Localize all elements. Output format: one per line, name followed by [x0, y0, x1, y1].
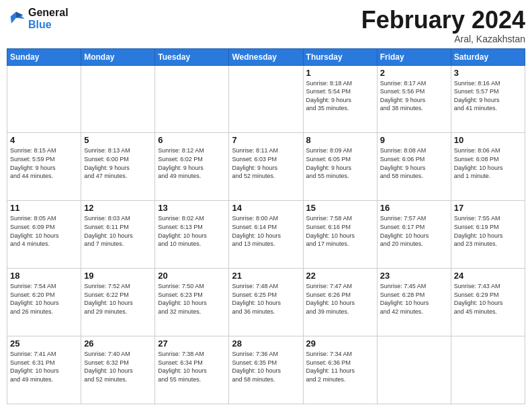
location: Aral, Kazakhstan: [361, 34, 525, 44]
day-info: Sunrise: 7:52 AM Sunset: 6:22 PM Dayligh…: [84, 282, 152, 316]
page: General Blue February 2024 Aral, Kazakhs…: [0, 0, 532, 411]
month-title: February 2024: [361, 7, 525, 34]
day-number: 19: [84, 271, 152, 281]
calendar-cell: 15Sunrise: 7:58 AM Sunset: 6:16 PM Dayli…: [303, 201, 377, 269]
day-info: Sunrise: 8:05 AM Sunset: 6:09 PM Dayligh…: [10, 214, 78, 248]
day-number: 17: [454, 203, 522, 213]
day-number: 9: [380, 135, 448, 145]
col-tuesday: Tuesday: [155, 48, 229, 65]
day-number: 2: [380, 68, 448, 78]
calendar-cell: 14Sunrise: 8:00 AM Sunset: 6:14 PM Dayli…: [229, 201, 303, 269]
calendar-cell: 11Sunrise: 8:05 AM Sunset: 6:09 PM Dayli…: [7, 201, 81, 269]
day-number: 8: [306, 135, 374, 145]
day-number: 23: [380, 271, 448, 281]
calendar-cell: 19Sunrise: 7:52 AM Sunset: 6:22 PM Dayli…: [81, 269, 155, 336]
day-info: Sunrise: 7:48 AM Sunset: 6:25 PM Dayligh…: [232, 282, 300, 316]
day-info: Sunrise: 8:09 AM Sunset: 6:05 PM Dayligh…: [306, 146, 374, 180]
col-wednesday: Wednesday: [229, 48, 303, 65]
calendar-cell: [155, 65, 229, 133]
day-number: 29: [306, 338, 374, 349]
calendar-cell: 22Sunrise: 7:47 AM Sunset: 6:26 PM Dayli…: [303, 269, 377, 336]
calendar-cell: [451, 336, 525, 404]
calendar-header-row: Sunday Monday Tuesday Wednesday Thursday…: [7, 48, 525, 65]
calendar-cell: 24Sunrise: 7:43 AM Sunset: 6:29 PM Dayli…: [451, 269, 525, 336]
day-number: 14: [232, 203, 300, 213]
calendar-cell: 13Sunrise: 8:02 AM Sunset: 6:13 PM Dayli…: [155, 201, 229, 269]
day-info: Sunrise: 7:54 AM Sunset: 6:20 PM Dayligh…: [10, 282, 78, 316]
day-info: Sunrise: 8:06 AM Sunset: 6:08 PM Dayligh…: [454, 146, 522, 180]
calendar-cell: [229, 65, 303, 133]
calendar-cell: 28Sunrise: 7:36 AM Sunset: 6:35 PM Dayli…: [229, 336, 303, 404]
calendar-week-1: 4Sunrise: 8:15 AM Sunset: 5:59 PM Daylig…: [7, 133, 525, 201]
title-block: February 2024 Aral, Kazakhstan: [361, 7, 525, 44]
day-info: Sunrise: 7:36 AM Sunset: 6:35 PM Dayligh…: [232, 350, 300, 383]
day-info: Sunrise: 8:00 AM Sunset: 6:14 PM Dayligh…: [232, 214, 300, 248]
day-info: Sunrise: 8:17 AM Sunset: 5:56 PM Dayligh…: [380, 79, 448, 113]
calendar-table: Sunday Monday Tuesday Wednesday Thursday…: [7, 48, 525, 404]
calendar-cell: [7, 65, 81, 133]
calendar-cell: 4Sunrise: 8:15 AM Sunset: 5:59 PM Daylig…: [7, 133, 81, 201]
calendar-cell: 8Sunrise: 8:09 AM Sunset: 6:05 PM Daylig…: [303, 133, 377, 201]
calendar-cell: 23Sunrise: 7:45 AM Sunset: 6:28 PM Dayli…: [377, 269, 451, 336]
col-thursday: Thursday: [303, 48, 377, 65]
calendar-cell: 17Sunrise: 7:55 AM Sunset: 6:19 PM Dayli…: [451, 201, 525, 269]
day-number: 7: [232, 135, 300, 145]
calendar-week-2: 11Sunrise: 8:05 AM Sunset: 6:09 PM Dayli…: [7, 201, 525, 269]
calendar-cell: [81, 65, 155, 133]
day-info: Sunrise: 7:58 AM Sunset: 6:16 PM Dayligh…: [306, 214, 374, 248]
day-info: Sunrise: 7:47 AM Sunset: 6:26 PM Dayligh…: [306, 282, 374, 316]
calendar-week-3: 18Sunrise: 7:54 AM Sunset: 6:20 PM Dayli…: [7, 269, 525, 336]
day-number: 6: [158, 135, 226, 145]
day-info: Sunrise: 8:11 AM Sunset: 6:03 PM Dayligh…: [232, 146, 300, 180]
calendar-cell: 27Sunrise: 7:38 AM Sunset: 6:34 PM Dayli…: [155, 336, 229, 404]
day-number: 10: [454, 135, 522, 145]
day-info: Sunrise: 7:43 AM Sunset: 6:29 PM Dayligh…: [454, 282, 522, 316]
calendar-cell: 18Sunrise: 7:54 AM Sunset: 6:20 PM Dayli…: [7, 269, 81, 336]
day-info: Sunrise: 7:50 AM Sunset: 6:23 PM Dayligh…: [158, 282, 226, 316]
day-info: Sunrise: 7:55 AM Sunset: 6:19 PM Dayligh…: [454, 214, 522, 248]
calendar-week-0: 1Sunrise: 8:18 AM Sunset: 5:54 PM Daylig…: [7, 65, 525, 133]
day-number: 16: [380, 203, 448, 213]
day-info: Sunrise: 7:38 AM Sunset: 6:34 PM Dayligh…: [158, 350, 226, 383]
calendar-cell: 7Sunrise: 8:11 AM Sunset: 6:03 PM Daylig…: [229, 133, 303, 201]
calendar-cell: [377, 336, 451, 404]
calendar-cell: 10Sunrise: 8:06 AM Sunset: 6:08 PM Dayli…: [451, 133, 525, 201]
day-number: 26: [84, 338, 152, 349]
calendar-cell: 26Sunrise: 7:40 AM Sunset: 6:32 PM Dayli…: [81, 336, 155, 404]
day-number: 25: [10, 338, 78, 349]
day-number: 12: [84, 203, 152, 213]
day-info: Sunrise: 8:16 AM Sunset: 5:57 PM Dayligh…: [454, 79, 522, 113]
day-number: 3: [454, 68, 522, 78]
calendar-cell: 2Sunrise: 8:17 AM Sunset: 5:56 PM Daylig…: [377, 65, 451, 133]
logo-text: General Blue: [28, 7, 69, 30]
day-info: Sunrise: 7:34 AM Sunset: 6:36 PM Dayligh…: [306, 350, 374, 383]
day-number: 24: [454, 271, 522, 281]
day-number: 21: [232, 271, 300, 281]
day-info: Sunrise: 8:12 AM Sunset: 6:02 PM Dayligh…: [158, 146, 226, 180]
day-info: Sunrise: 8:13 AM Sunset: 6:00 PM Dayligh…: [84, 146, 152, 180]
calendar-cell: 1Sunrise: 8:18 AM Sunset: 5:54 PM Daylig…: [303, 65, 377, 133]
day-number: 11: [10, 203, 78, 213]
calendar-cell: 21Sunrise: 7:48 AM Sunset: 6:25 PM Dayli…: [229, 269, 303, 336]
col-sunday: Sunday: [7, 48, 81, 65]
logo-icon: [7, 9, 26, 28]
calendar-cell: 9Sunrise: 8:08 AM Sunset: 6:06 PM Daylig…: [377, 133, 451, 201]
day-number: 5: [84, 135, 152, 145]
calendar-cell: 3Sunrise: 8:16 AM Sunset: 5:57 PM Daylig…: [451, 65, 525, 133]
calendar-week-4: 25Sunrise: 7:41 AM Sunset: 6:31 PM Dayli…: [7, 336, 525, 404]
day-number: 4: [10, 135, 78, 145]
day-info: Sunrise: 8:15 AM Sunset: 5:59 PM Dayligh…: [10, 146, 78, 180]
calendar-cell: 5Sunrise: 8:13 AM Sunset: 6:00 PM Daylig…: [81, 133, 155, 201]
day-number: 18: [10, 271, 78, 281]
day-number: 28: [232, 338, 300, 349]
day-info: Sunrise: 7:57 AM Sunset: 6:17 PM Dayligh…: [380, 214, 448, 248]
day-info: Sunrise: 7:41 AM Sunset: 6:31 PM Dayligh…: [10, 350, 78, 383]
day-info: Sunrise: 8:03 AM Sunset: 6:11 PM Dayligh…: [84, 214, 152, 248]
day-number: 15: [306, 203, 374, 213]
day-number: 13: [158, 203, 226, 213]
calendar-cell: 20Sunrise: 7:50 AM Sunset: 6:23 PM Dayli…: [155, 269, 229, 336]
logo: General Blue: [7, 7, 69, 30]
day-number: 1: [306, 68, 374, 78]
day-info: Sunrise: 8:02 AM Sunset: 6:13 PM Dayligh…: [158, 214, 226, 248]
col-friday: Friday: [377, 48, 451, 65]
